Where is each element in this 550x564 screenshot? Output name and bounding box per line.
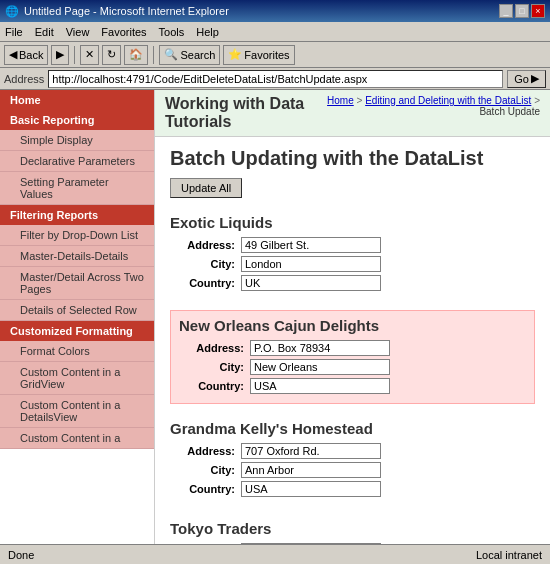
breadcrumb-current: Batch Update <box>479 106 540 117</box>
sidebar: Home Basic Reporting Simple Display Decl… <box>0 90 155 544</box>
close-button[interactable]: × <box>531 4 545 18</box>
country-label-2: Country: <box>170 483 235 495</box>
sidebar-item-setting-parameter[interactable]: Setting Parameter Values <box>0 172 154 205</box>
company-block-1: New Orleans Cajun Delights Address: City… <box>170 310 535 404</box>
title-bar-text: Untitled Page - Microsoft Internet Explo… <box>24 5 229 17</box>
status-text: Done <box>8 549 34 561</box>
address-row-2: Address: <box>170 443 535 459</box>
sidebar-section-basic-reporting: Basic Reporting <box>0 110 154 130</box>
company-name-2: Grandma Kelly's Homestead <box>170 420 535 437</box>
forward-button[interactable]: ▶ <box>51 45 69 65</box>
address-bar: Address Go ▶ <box>0 68 550 90</box>
address-input-0[interactable] <box>241 237 381 253</box>
country-row-0: Country: <box>170 275 535 291</box>
address-input-2[interactable] <box>241 443 381 459</box>
forward-icon: ▶ <box>56 48 64 61</box>
toolbar: ◀ Back ▶ ✕ ↻ 🏠 🔍 Search ⭐ Favorites <box>0 42 550 68</box>
breadcrumb-section[interactable]: Editing and Deleting with the DataList <box>365 95 531 106</box>
content-area: Working with Data Tutorials Home > Editi… <box>155 90 550 544</box>
sidebar-section-customized-formatting: Customized Formatting <box>0 321 154 341</box>
address-label-1: Address: <box>179 342 244 354</box>
sidebar-item-filter-dropdown[interactable]: Filter by Drop-Down List <box>0 225 154 246</box>
update-all-button[interactable]: Update All <box>170 178 242 198</box>
page-title: Batch Updating with the DataList <box>170 147 535 170</box>
sidebar-item-master-detail-across[interactable]: Master/Detail Across Two Pages <box>0 267 154 300</box>
country-input-0[interactable] <box>241 275 381 291</box>
home-button[interactable]: 🏠 <box>124 45 148 65</box>
breadcrumb-home[interactable]: Home <box>327 95 354 106</box>
menu-bar: File Edit View Favorites Tools Help <box>0 22 550 42</box>
ie-icon: 🌐 <box>5 5 19 18</box>
site-title: Working with Data Tutorials <box>165 95 327 131</box>
toolbar-separator-2 <box>153 46 154 64</box>
zone-text: Local intranet <box>476 549 542 561</box>
sidebar-item-simple-display[interactable]: Simple Display <box>0 130 154 151</box>
address-label-2: Address: <box>170 445 235 457</box>
sidebar-item-custom-content-gridview[interactable]: Custom Content in a GridView <box>0 362 154 395</box>
city-label-0: City: <box>170 258 235 270</box>
address-input-1[interactable] <box>250 340 390 356</box>
sidebar-item-format-colors[interactable]: Format Colors <box>0 341 154 362</box>
back-button[interactable]: ◀ Back <box>4 45 48 65</box>
sidebar-item-declarative-parameters[interactable]: Declarative Parameters <box>0 151 154 172</box>
city-row-0: City: <box>170 256 535 272</box>
minimize-button[interactable]: _ <box>499 4 513 18</box>
city-input-2[interactable] <box>241 462 381 478</box>
favorites-icon: ⭐ <box>228 48 242 61</box>
favorites-button[interactable]: ⭐ Favorites <box>223 45 294 65</box>
search-button[interactable]: 🔍 Search <box>159 45 220 65</box>
back-icon: ◀ <box>9 48 17 61</box>
country-input-1[interactable] <box>250 378 390 394</box>
menu-edit[interactable]: Edit <box>35 26 54 38</box>
city-label-1: City: <box>179 361 244 373</box>
page-header: Working with Data Tutorials Home > Editi… <box>155 90 550 137</box>
company-block-2: Grandma Kelly's Homestead Address: City:… <box>170 416 535 504</box>
address-label: Address <box>4 73 44 85</box>
title-bar: 🌐 Untitled Page - Microsoft Internet Exp… <box>0 0 550 22</box>
main-area: Home Basic Reporting Simple Display Decl… <box>0 90 550 544</box>
window-controls: _ □ × <box>499 4 545 18</box>
go-button[interactable]: Go ▶ <box>507 70 546 88</box>
city-label-2: City: <box>170 464 235 476</box>
maximize-button[interactable]: □ <box>515 4 529 18</box>
sidebar-item-details-selected-row[interactable]: Details of Selected Row <box>0 300 154 321</box>
sidebar-section-filtering-reports: Filtering Reports <box>0 205 154 225</box>
menu-help[interactable]: Help <box>196 26 219 38</box>
menu-tools[interactable]: Tools <box>159 26 185 38</box>
country-label-0: Country: <box>170 277 235 289</box>
menu-view[interactable]: View <box>66 26 90 38</box>
city-row-1: City: <box>179 359 526 375</box>
city-row-2: City: <box>170 462 535 478</box>
address-label-0: Address: <box>170 239 235 251</box>
sidebar-item-master-details[interactable]: Master-Details-Details <box>0 246 154 267</box>
company-name-1: New Orleans Cajun Delights <box>179 317 526 334</box>
breadcrumb: Home > Editing and Deleting with the Dat… <box>327 95 540 117</box>
city-input-1[interactable] <box>250 359 390 375</box>
country-row-2: Country: <box>170 481 535 497</box>
country-row-1: Country: <box>179 378 526 394</box>
refresh-button[interactable]: ↻ <box>102 45 121 65</box>
go-arrow-icon: ▶ <box>531 72 539 85</box>
stop-button[interactable]: ✕ <box>80 45 99 65</box>
address-row-1: Address: <box>179 340 526 356</box>
sidebar-item-custom-content-other[interactable]: Custom Content in a <box>0 428 154 449</box>
address-input[interactable] <box>48 70 503 88</box>
city-input-0[interactable] <box>241 256 381 272</box>
company-name-0: Exotic Liquids <box>170 214 535 231</box>
search-icon: 🔍 <box>164 48 178 61</box>
country-input-2[interactable] <box>241 481 381 497</box>
sidebar-home[interactable]: Home <box>0 90 154 110</box>
address-row-0: Address: <box>170 237 535 253</box>
country-label-1: Country: <box>179 380 244 392</box>
company-block-0: Exotic Liquids Address: City: Country: <box>170 210 535 298</box>
menu-favorites[interactable]: Favorites <box>101 26 146 38</box>
sidebar-item-custom-content-detailsview[interactable]: Custom Content in a DetailsView <box>0 395 154 428</box>
toolbar-separator-1 <box>74 46 75 64</box>
company-name-3: Tokyo Traders <box>170 520 535 537</box>
menu-file[interactable]: File <box>5 26 23 38</box>
company-block-3: Tokyo Traders Address: City: <box>170 516 535 544</box>
status-bar: Done Local intranet <box>0 544 550 564</box>
